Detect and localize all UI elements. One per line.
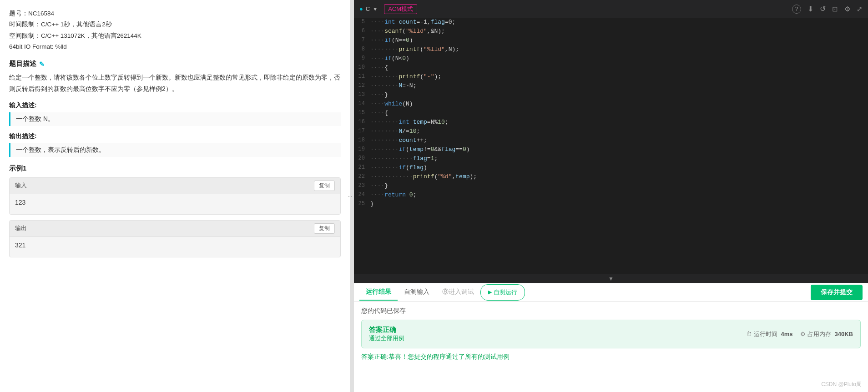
problem-id: 题号：NC16584	[9, 8, 341, 19]
output-copy-button[interactable]: 复制	[314, 223, 335, 234]
time-label: 运行时间	[754, 330, 777, 338]
collapse-icon: ▼	[608, 276, 614, 282]
language-selector[interactable]: ● C ▼ ACM模式	[359, 4, 417, 14]
chevron-down-icon[interactable]: ▼	[373, 6, 378, 12]
editor-actions: ? ⬇ ↺ ⊡ ⚙ ⤢	[792, 5, 863, 14]
example-title: 示例1	[9, 164, 341, 173]
self-run-label: 自测运行	[494, 288, 517, 297]
code-line-12: 12 ········N=-N;	[354, 82, 868, 91]
tab-debug: ⑧进入调试	[436, 284, 480, 301]
memory-icon: ⚙	[800, 331, 806, 337]
input-label: 输入	[15, 181, 27, 190]
result-card: 答案正确 通过全部用例 ⏱ 运行时间 4ms ⚙ 占用内存 340KB	[361, 320, 861, 348]
input-value: 123	[10, 194, 340, 214]
self-run-button[interactable]: ▶ 自测运行	[480, 284, 525, 301]
output-box: 输出 复制 321	[9, 220, 341, 257]
panel-divider[interactable]: ⋮	[350, 0, 354, 392]
settings-icon[interactable]: ⚙	[844, 5, 850, 13]
tab-run-result[interactable]: 运行结果	[359, 284, 398, 301]
code-line-21: 21 ········if(flag)	[354, 164, 868, 173]
code-line-9: 9 ····if(N<0)	[354, 55, 868, 64]
description-title: 题目描述 ✎	[9, 60, 341, 68]
code-line-14: 14 ····while(N)	[354, 100, 868, 109]
editor-header: ● C ▼ ACM模式 ? ⬇ ↺ ⊡ ⚙ ⤢	[354, 0, 868, 18]
code-line-7: 7 ····if(N==0)	[354, 36, 868, 45]
problem-meta: 题号：NC16584 时间限制：C/C++ 1秒，其他语言2秒 空间限制：C/C…	[9, 8, 341, 52]
right-panel: ● C ▼ ACM模式 ? ⬇ ↺ ⊡ ⚙ ⤢ 5 ····int count=…	[354, 0, 868, 392]
code-line-23: 23 ····}	[354, 182, 868, 191]
memory-value: 340KB	[835, 331, 853, 337]
input-box: 输入 复制 123	[9, 177, 341, 215]
code-line-10: 10 ····{	[354, 64, 868, 73]
code-line-25: 25 }	[354, 200, 868, 209]
language-dot: ●	[359, 5, 363, 12]
download-icon[interactable]: ⬇	[807, 5, 813, 13]
language-label: C	[366, 5, 370, 12]
io-format: 64bit IO Format: %lld	[9, 41, 341, 52]
terminal-icon[interactable]: ⊡	[832, 5, 838, 13]
output-desc-title: 输出描述:	[9, 132, 341, 141]
runtime-item: ⏱ 运行时间 4ms	[746, 330, 793, 338]
bottom-tabs: 运行结果 自测输入 ⑧进入调试 ▶ 自测运行 保存并提交	[354, 283, 868, 302]
problem-description: 给定一个整数，请将该数各个位上数字反转得到一个新数。新数也应满足整数的常见形式，…	[9, 72, 341, 95]
tab-self-test[interactable]: 自测输入	[398, 284, 436, 301]
congrats-text: 答案正确:恭喜！您提交的程序通过了所有的测试用例	[361, 353, 861, 361]
saved-text: 您的代码已保存	[361, 307, 861, 315]
memory-label: 占用内存	[807, 330, 831, 338]
bottom-panel: 运行结果 自测输入 ⑧进入调试 ▶ 自测运行 保存并提交 您的代码已保存 答案正…	[354, 283, 868, 392]
edit-icon[interactable]: ✎	[39, 60, 45, 68]
code-line-15: 15 ····{	[354, 109, 868, 118]
collapse-bar[interactable]: ▼	[354, 274, 868, 283]
code-line-6: 6 ····scanf("%lld",&N);	[354, 27, 868, 36]
result-area: 您的代码已保存 答案正确 通过全部用例 ⏱ 运行时间 4ms ⚙	[354, 302, 868, 392]
code-line-13: 13 ····}	[354, 91, 868, 100]
code-line-11: 11 ········printf("-");	[354, 73, 868, 82]
time-value: 4ms	[781, 331, 793, 337]
memory-item: ⚙ 占用内存 340KB	[800, 330, 853, 338]
help-icon[interactable]: ?	[792, 5, 801, 14]
submit-button[interactable]: 保存并提交	[811, 285, 863, 300]
result-correct: 答案正确	[369, 326, 404, 334]
code-line-16: 16 ········int temp=N%10;	[354, 118, 868, 127]
result-card-top: 答案正确 通过全部用例 ⏱ 运行时间 4ms ⚙ 占用内存 340KB	[369, 326, 853, 342]
code-line-22: 22 ············printf("%d",temp);	[354, 173, 868, 182]
code-line-20: 20 ············flag=1;	[354, 155, 868, 164]
input-desc-title: 输入描述:	[9, 101, 341, 110]
expand-icon[interactable]: ⤢	[857, 5, 863, 13]
refresh-icon[interactable]: ↺	[820, 5, 826, 13]
play-icon: ▶	[488, 289, 492, 295]
result-pass: 通过全部用例	[369, 334, 404, 342]
code-line-19: 19 ········if(temp!=0&&flag==0)	[354, 146, 868, 155]
output-box-header: 输出 复制	[10, 221, 340, 237]
code-line-18: 18 ········count++;	[354, 136, 868, 146]
acm-mode-badge: ACM模式	[384, 4, 417, 14]
result-meta: ⏱ 运行时间 4ms ⚙ 占用内存 340KB	[746, 330, 853, 338]
input-copy-button[interactable]: 复制	[314, 181, 335, 191]
output-desc: 一个整数，表示反转后的新数。	[9, 143, 341, 157]
code-line-24: 24 ····return 0;	[354, 191, 868, 200]
code-line-5: 5 ····int count=-1,flag=0;	[354, 18, 868, 27]
left-panel: 题号：NC16584 时间限制：C/C++ 1秒，其他语言2秒 空间限制：C/C…	[0, 0, 350, 392]
clock-icon: ⏱	[746, 331, 752, 337]
output-value: 321	[10, 237, 340, 257]
space-limit: 空间限制：C/C++ 131072K，其他语言262144K	[9, 30, 341, 41]
input-box-header: 输入 复制	[10, 178, 340, 194]
time-limit: 时间限制：C/C++ 1秒，其他语言2秒	[9, 19, 341, 30]
output-label: 输出	[15, 224, 27, 232]
tabs-left: 运行结果 自测输入 ⑧进入调试 ▶ 自测运行	[359, 284, 525, 301]
code-editor[interactable]: 5 ····int count=-1,flag=0; 6 ····scanf("…	[354, 18, 868, 274]
watermark: CSDN @Pluto周	[821, 381, 862, 388]
input-desc: 一个整数 N。	[9, 112, 341, 126]
code-line-8: 8 ········printf("%lld",N);	[354, 45, 868, 55]
code-line-17: 17 ········N/=10;	[354, 127, 868, 136]
